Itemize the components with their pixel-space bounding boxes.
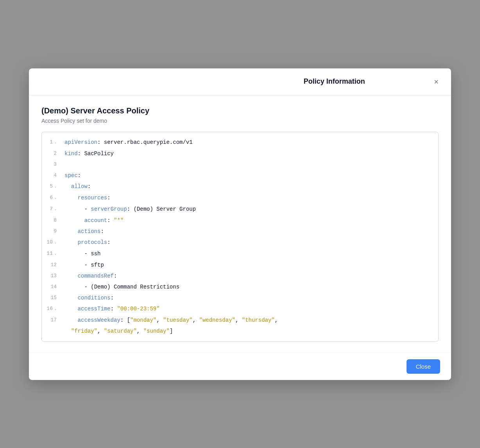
chevron-icon: ᵥ bbox=[54, 204, 57, 215]
line-content: actions: bbox=[61, 226, 104, 237]
line-content: account: "*" bbox=[61, 215, 124, 226]
line-content: - ssh bbox=[61, 248, 100, 259]
chevron-icon: ᵥ bbox=[54, 193, 57, 204]
code-plain: : bbox=[100, 228, 104, 235]
code-key: serverGroup bbox=[91, 206, 127, 212]
chevron-icon: ᵥ bbox=[54, 304, 57, 315]
modal-footer: Close bbox=[29, 353, 451, 380]
line-content: allow: bbox=[61, 181, 91, 192]
line-content: apiVersion: server.rbac.querypie.com/v1 bbox=[61, 137, 193, 148]
code-plain: : bbox=[88, 183, 91, 190]
modal-close-button[interactable]: × bbox=[432, 76, 440, 87]
code-key: allow bbox=[71, 183, 88, 190]
line-content: - sftp bbox=[61, 260, 104, 271]
code-string-value: "monday" bbox=[130, 317, 156, 323]
chevron-icon: ᵥ bbox=[54, 181, 57, 192]
line-content: accessTime: "00:00-23:59" bbox=[61, 303, 160, 314]
line-number: 15 bbox=[42, 292, 61, 303]
line-number: 5 ᵥ bbox=[42, 181, 61, 192]
line-number: 12 bbox=[42, 260, 61, 271]
code-key: accessTime bbox=[78, 306, 111, 312]
code-line: 13 commandsRef: bbox=[42, 271, 438, 281]
code-key: actions bbox=[78, 228, 101, 235]
code-line: 12 - sftp bbox=[42, 260, 438, 271]
modal-title: Policy Information bbox=[236, 77, 432, 86]
line-content: - serverGroup: (Demo) Server Group bbox=[61, 204, 196, 215]
code-key: spec bbox=[64, 172, 78, 179]
policy-info-modal: Policy Information × (Demo) Server Acces… bbox=[29, 68, 451, 380]
line-content: resources: bbox=[61, 192, 111, 203]
code-plain: : bbox=[107, 195, 110, 201]
line-content: spec: bbox=[61, 170, 81, 181]
code-line: 5 ᵥ allow: bbox=[42, 181, 438, 192]
code-plain: - bbox=[84, 206, 91, 212]
code-string-value: "sunday" bbox=[143, 328, 170, 334]
code-line: 1 ᵥapiVersion: server.rbac.querypie.com/… bbox=[42, 137, 438, 148]
code-plain: ] bbox=[170, 328, 173, 334]
line-number: 11 ᵥ bbox=[42, 248, 61, 260]
line-number: 14 bbox=[42, 281, 61, 292]
line-content: accessWeekday: ["monday", "tuesday", "we… bbox=[61, 315, 281, 326]
chevron-icon: ᵥ bbox=[54, 137, 57, 148]
code-key: resources bbox=[78, 195, 107, 201]
line-content: "friday", "saturday", "sunday"] bbox=[61, 326, 173, 337]
code-line: 16 ᵥ accessTime: "00:00-23:59" bbox=[42, 303, 438, 315]
code-line: 3 bbox=[42, 159, 438, 170]
line-number: 8 bbox=[42, 215, 61, 226]
code-plain: - (Demo) Command Restrictions bbox=[84, 284, 179, 290]
code-line: 11 ᵥ - ssh bbox=[42, 248, 438, 260]
chevron-icon: ᵥ bbox=[54, 249, 57, 260]
code-key: conditions bbox=[78, 295, 111, 301]
code-plain: : bbox=[107, 217, 114, 224]
line-content: commandsRef: bbox=[61, 271, 117, 281]
code-line: 2kind: SacPolicy bbox=[42, 148, 438, 159]
code-key: apiVersion bbox=[64, 139, 97, 145]
code-line: "friday", "saturday", "sunday"] bbox=[42, 326, 438, 337]
code-key: kind bbox=[64, 151, 78, 157]
line-number: 3 bbox=[42, 159, 61, 170]
code-line: 7 ᵥ - serverGroup: (Demo) Server Group bbox=[42, 204, 438, 215]
code-string-value: "tuesday" bbox=[163, 317, 193, 323]
line-content: kind: SacPolicy bbox=[61, 148, 114, 159]
code-block: 1 ᵥapiVersion: server.rbac.querypie.com/… bbox=[41, 132, 439, 342]
line-number: 6 ᵥ bbox=[42, 192, 61, 204]
code-line: 4spec: bbox=[42, 170, 438, 181]
line-number: 4 bbox=[42, 170, 61, 181]
policy-description: Access Policy set for demo bbox=[41, 118, 439, 124]
close-button[interactable]: Close bbox=[407, 359, 440, 374]
code-line: 6 ᵥ resources: bbox=[42, 192, 438, 204]
code-key: accessWeekday bbox=[78, 317, 120, 323]
modal-body: (Demo) Server Access Policy Access Polic… bbox=[29, 95, 451, 353]
code-line: 9 actions: bbox=[42, 226, 438, 237]
line-number: 1 ᵥ bbox=[42, 137, 61, 148]
line-number: 16 ᵥ bbox=[42, 303, 61, 315]
code-plain: , bbox=[193, 317, 199, 323]
policy-name: (Demo) Server Access Policy bbox=[41, 106, 439, 115]
line-number: 13 bbox=[42, 271, 61, 281]
code-plain: - ssh bbox=[84, 251, 100, 257]
code-plain: , bbox=[137, 328, 143, 334]
code-string-value: "thursday" bbox=[242, 317, 275, 323]
code-plain: , bbox=[275, 317, 281, 323]
line-number: 2 bbox=[42, 148, 61, 159]
line-number: 10 ᵥ bbox=[42, 237, 61, 248]
code-plain: : bbox=[78, 172, 81, 179]
line-content: conditions: bbox=[61, 292, 114, 303]
code-plain: : server.rbac.querypie.com/v1 bbox=[97, 139, 193, 145]
code-plain: : bbox=[111, 295, 114, 301]
code-plain: , bbox=[235, 317, 242, 323]
modal-header: Policy Information × bbox=[29, 68, 451, 95]
line-content: - (Demo) Command Restrictions bbox=[61, 281, 179, 292]
line-number: 7 ᵥ bbox=[42, 204, 61, 215]
code-line: 15 conditions: bbox=[42, 292, 438, 303]
code-key: commandsRef bbox=[78, 273, 114, 279]
code-line: 8 account: "*" bbox=[42, 215, 438, 226]
code-plain: : (Demo) Server Group bbox=[127, 206, 196, 212]
code-string-value: "friday" bbox=[71, 328, 97, 334]
code-scroll-area[interactable]: 1 ᵥapiVersion: server.rbac.querypie.com/… bbox=[42, 132, 438, 341]
code-line: 17 accessWeekday: ["monday", "tuesday", … bbox=[42, 315, 438, 326]
code-key: account bbox=[84, 217, 107, 224]
code-string-value: "saturday" bbox=[104, 328, 137, 334]
code-plain: : bbox=[111, 306, 117, 312]
code-line: 10 ᵥ protocols: bbox=[42, 237, 438, 248]
